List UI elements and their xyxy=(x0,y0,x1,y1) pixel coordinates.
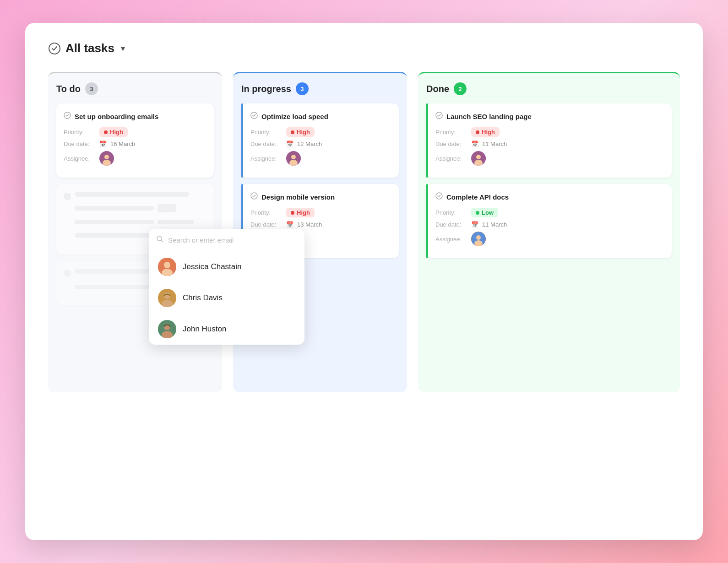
priority-value: High xyxy=(482,129,495,135)
task-title-row: Design mobile version xyxy=(250,192,391,201)
task-check-icon xyxy=(435,192,443,201)
task-priority-row-4: Priority: High xyxy=(435,127,664,137)
calendar-icon: 📅 xyxy=(471,141,478,147)
check-icon xyxy=(48,42,61,55)
user-avatar-chris xyxy=(158,289,176,307)
priority-badge-high: High xyxy=(471,127,500,137)
task-check-icon xyxy=(250,192,258,201)
due-date-value: 12 March xyxy=(297,141,322,147)
task-date-row-5: Due date: 📅 11 March xyxy=(435,221,664,228)
skeleton-circle xyxy=(64,193,71,200)
assignee-avatar-5[interactable] xyxy=(471,232,486,246)
task-card-done-1: Launch SEO landing page Priority: High D… xyxy=(426,103,672,178)
user-avatar-jessica xyxy=(158,258,176,276)
priority-dot xyxy=(104,130,108,134)
task-title-row: Optimize load speed xyxy=(250,112,391,121)
task-title-row: Set up onboarding emails xyxy=(64,112,206,121)
assignee-avatar-4[interactable] xyxy=(471,151,486,166)
user-name-john: John Huston xyxy=(183,325,226,334)
calendar-icon: 📅 xyxy=(286,221,293,228)
user-avatar-john xyxy=(158,320,176,338)
search-container: Search or enter email xyxy=(149,229,304,251)
column-count-todo: 3 xyxy=(85,82,98,95)
assignee-label: Assignee: xyxy=(435,155,467,162)
dropdown-item-chris[interactable]: Chris Davis xyxy=(149,282,304,314)
column-count-done: 2 xyxy=(454,82,467,95)
priority-value: High xyxy=(110,129,123,135)
column-header-todo: To do 3 xyxy=(56,82,214,95)
task-card-inprogress-1: Optimize load speed Priority: High Due d… xyxy=(241,103,399,178)
inprogress-border xyxy=(241,103,243,178)
due-date-value: 13 March xyxy=(297,221,322,228)
skeleton-line xyxy=(75,220,154,224)
assignee-label: Assignee: xyxy=(64,155,96,162)
svg-point-0 xyxy=(49,43,60,54)
calendar-icon: 📅 xyxy=(471,221,478,228)
svg-point-19 xyxy=(476,235,481,240)
task-card-todo-1: Set up onboarding emails Priority: High … xyxy=(56,103,214,178)
priority-dot xyxy=(291,211,294,215)
column-title-todo: To do xyxy=(56,84,81,94)
dropdown-item-jessica[interactable]: Jessica Chastain xyxy=(149,251,304,282)
priority-badge-low: Low xyxy=(471,208,498,217)
task-priority-row-5: Priority: Low xyxy=(435,208,664,217)
task-date-row-2: Due date: 📅 12 March xyxy=(250,141,391,147)
assignee-avatar-1[interactable] xyxy=(99,151,114,166)
due-label: Due date: xyxy=(250,221,283,228)
dropdown-item-john[interactable]: John Huston xyxy=(149,314,304,345)
assignee-label: Assignee: xyxy=(250,155,283,162)
task-title-5: Complete API docs xyxy=(446,193,509,201)
search-icon xyxy=(156,235,163,244)
priority-dot xyxy=(476,211,479,215)
svg-point-3 xyxy=(104,155,109,159)
priority-value: High xyxy=(297,209,310,216)
task-title-3: Design mobile version xyxy=(261,193,335,201)
task-check-icon xyxy=(435,112,443,121)
task-title-row: Complete API docs xyxy=(435,192,664,201)
done-border xyxy=(426,103,428,178)
app-window: All tasks ▾ To do 3 Set up onboarding em… xyxy=(25,23,703,540)
priority-label: Priority: xyxy=(435,209,467,216)
priority-dot xyxy=(476,130,479,134)
skeleton-line xyxy=(75,206,154,211)
assignee-avatar-2[interactable] xyxy=(286,151,301,166)
task-priority-row-3: Priority: High xyxy=(250,208,391,217)
due-label: Due date: xyxy=(64,141,96,147)
task-title-row: Launch SEO landing page xyxy=(435,112,664,121)
task-title-4: Launch SEO landing page xyxy=(446,113,532,120)
task-date-row-3: Due date: 📅 13 March xyxy=(250,221,391,228)
task-card-done-2: Complete API docs Priority: Low Due date… xyxy=(426,184,672,258)
assignee-dropdown[interactable]: Search or enter email Jessica Chastain C… xyxy=(149,229,304,345)
assignee-label: Assignee: xyxy=(435,236,467,243)
priority-badge-high: High xyxy=(286,127,315,137)
calendar-icon: 📅 xyxy=(286,141,293,147)
skeleton-line xyxy=(75,233,154,238)
due-label: Due date: xyxy=(250,141,283,147)
column-title-done: Done xyxy=(426,84,449,94)
task-priority-row-2: Priority: High xyxy=(250,127,391,137)
task-board: To do 3 Set up onboarding emails Priorit… xyxy=(48,72,680,392)
chevron-down-icon[interactable]: ▾ xyxy=(121,43,125,54)
svg-point-23 xyxy=(164,262,170,268)
task-check-icon xyxy=(64,112,71,121)
task-assignee-row-2: Assignee: xyxy=(250,151,391,166)
svg-point-26 xyxy=(164,292,170,299)
svg-point-15 xyxy=(476,155,481,159)
task-title-1: Set up onboarding emails xyxy=(75,113,158,120)
priority-label: Priority: xyxy=(250,129,283,135)
task-assignee-row-4: Assignee: xyxy=(435,151,664,166)
skeleton-line xyxy=(158,220,194,224)
task-check-icon xyxy=(250,112,258,121)
header: All tasks ▾ xyxy=(48,41,680,55)
priority-value: Low xyxy=(482,209,494,216)
page-title: All tasks xyxy=(65,41,114,55)
search-input[interactable]: Search or enter email xyxy=(168,236,234,244)
priority-label: Priority: xyxy=(64,129,96,135)
priority-dot xyxy=(291,130,294,134)
done-border xyxy=(426,184,428,258)
column-header-done: Done 2 xyxy=(426,82,672,95)
calendar-icon: 📅 xyxy=(99,141,107,147)
task-priority-row-1: Priority: High xyxy=(64,127,206,137)
due-date-value: 16 March xyxy=(110,141,135,147)
task-title-2: Optimize load speed xyxy=(261,113,328,120)
